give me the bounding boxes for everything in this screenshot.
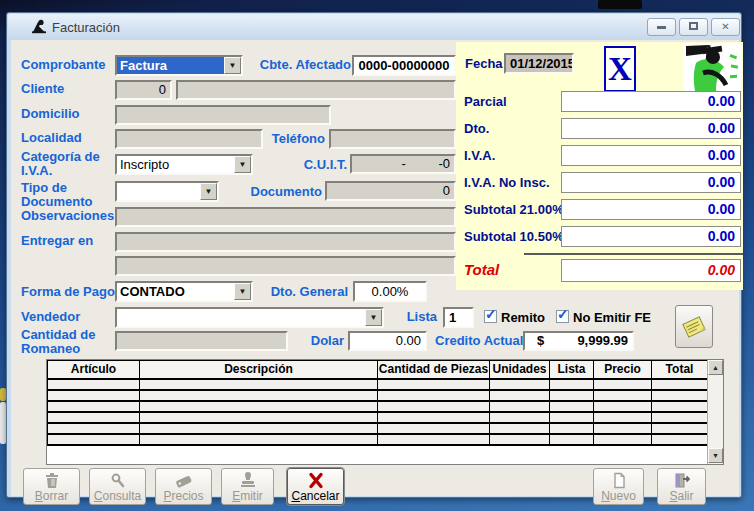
grid-cell[interactable] (490, 434, 550, 445)
nuevo-button[interactable]: Nuevo (593, 468, 644, 505)
grid-cell[interactable] (378, 412, 490, 423)
grid-cell[interactable] (550, 434, 594, 445)
grid-cell[interactable] (140, 434, 378, 445)
close-button[interactable]: ✕ (711, 18, 740, 36)
grid-cell[interactable] (48, 412, 140, 423)
grid-cell[interactable] (490, 412, 550, 423)
precios-button[interactable]: Precios (155, 468, 212, 505)
grid-cell[interactable] (550, 423, 594, 434)
grid-cell[interactable] (48, 401, 140, 412)
dto-general-field[interactable]: 0.00% (353, 281, 427, 302)
cantidad-romaneo-field[interactable] (115, 331, 288, 351)
subtotal105-label: Subtotal 10.50% (464, 230, 564, 244)
grid-cell[interactable] (594, 379, 652, 390)
grid-row[interactable] (48, 412, 708, 423)
grid-cell[interactable] (550, 412, 594, 423)
grid-cell[interactable] (652, 379, 708, 390)
grid-row[interactable] (48, 390, 708, 401)
grid-cell[interactable] (48, 379, 140, 390)
grid-cell[interactable] (490, 401, 550, 412)
grid-cell[interactable] (550, 379, 594, 390)
grid-cell[interactable] (48, 434, 140, 445)
notes-button[interactable] (675, 305, 713, 348)
grid-row[interactable] (48, 423, 708, 434)
grid-cell[interactable] (652, 412, 708, 423)
chevron-down-icon[interactable]: ▼ (234, 156, 251, 173)
remito-checkbox[interactable]: ✓ (484, 310, 497, 323)
tipo-documento-select[interactable]: ▼ (115, 181, 219, 202)
forma-pago-select[interactable]: CONTADO ▼ (115, 281, 253, 302)
minimize-button[interactable] (647, 18, 676, 36)
grid-cell[interactable] (594, 434, 652, 445)
grid-cell[interactable] (550, 401, 594, 412)
cliente-code-field[interactable]: 0 (115, 80, 172, 100)
telefono-field[interactable] (329, 129, 456, 149)
iva-no-insc-label: I.V.A. No Insc. (464, 176, 550, 190)
grid-scrollbar[interactable]: ▲ ▼ (707, 360, 723, 464)
grid-cell[interactable] (140, 412, 378, 423)
grid-cell[interactable] (594, 390, 652, 401)
fecha-field[interactable]: 01/12/2015 (504, 53, 574, 74)
credito-actual-field[interactable]: $ 9,999.99 (523, 331, 634, 351)
grid-cell[interactable] (594, 412, 652, 423)
scroll-down-icon[interactable]: ▼ (708, 448, 723, 463)
cliente-name-field[interactable] (176, 80, 456, 100)
grid-cell[interactable] (140, 401, 378, 412)
consulta-button[interactable]: Consulta (89, 468, 146, 505)
grid-cell[interactable] (550, 390, 594, 401)
grid-cell[interactable] (378, 423, 490, 434)
grid-cell[interactable] (594, 423, 652, 434)
grid-cell[interactable] (652, 434, 708, 445)
chevron-down-icon[interactable]: ▼ (365, 309, 382, 326)
grid-cell[interactable] (594, 401, 652, 412)
grid-row[interactable] (48, 379, 708, 390)
grid-cell[interactable] (652, 390, 708, 401)
maximize-button[interactable] (679, 18, 708, 36)
grid-cell[interactable] (490, 379, 550, 390)
subtotal21-label: Subtotal 21.00% (464, 203, 564, 217)
grid-cell[interactable] (140, 390, 378, 401)
salir-button[interactable]: Salir (657, 468, 706, 505)
col-total: Total (652, 361, 708, 379)
dto-general-label: Dto. General (262, 285, 348, 299)
localidad-field[interactable] (115, 129, 263, 149)
col-articulo: Artículo (48, 361, 140, 379)
grid-row[interactable] (48, 401, 708, 412)
grid-cell[interactable] (48, 390, 140, 401)
entregar-en-field-2[interactable] (115, 256, 456, 276)
parcial-field: 0.00 (561, 91, 741, 112)
scroll-up-icon[interactable]: ▲ (708, 360, 723, 375)
grid-cell[interactable] (378, 401, 490, 412)
grid-cell[interactable] (378, 390, 490, 401)
entregar-en-field[interactable] (115, 232, 456, 252)
chevron-down-icon[interactable]: ▼ (200, 183, 217, 200)
comprobante-select[interactable]: Factura ▼ (115, 55, 243, 76)
no-emitir-fe-checkbox[interactable]: ✓ (556, 310, 569, 323)
observaciones-field[interactable] (115, 207, 456, 227)
cantidad-romaneo-label: Cantidad de Romaneo (21, 328, 107, 356)
grid-cell[interactable] (378, 434, 490, 445)
grid-cell[interactable] (378, 379, 490, 390)
grid-cell[interactable] (490, 390, 550, 401)
cancelar-button[interactable]: Cancelar (287, 468, 344, 505)
grid-cell[interactable] (140, 379, 378, 390)
chevron-down-icon[interactable]: ▼ (224, 57, 241, 74)
emitir-button[interactable]: Emitir (221, 468, 274, 505)
categoria-iva-select[interactable]: Inscripto ▼ (115, 154, 253, 175)
domicilio-field[interactable] (115, 105, 331, 125)
grid-cell[interactable] (652, 401, 708, 412)
form-area: Fecha 01/12/2015 X (11, 40, 739, 496)
grid-cell[interactable] (140, 423, 378, 434)
grid-cell[interactable] (652, 423, 708, 434)
vendedor-select[interactable]: ▼ (115, 307, 384, 328)
grid-row[interactable] (48, 434, 708, 445)
lista-field[interactable]: 1 (443, 307, 474, 328)
cbte-afectado-field[interactable]: 0000-00000000 (352, 55, 456, 76)
documento-field[interactable]: 0 (325, 181, 456, 201)
grid-cell[interactable] (490, 423, 550, 434)
grid-cell[interactable] (48, 423, 140, 434)
chevron-down-icon[interactable]: ▼ (234, 283, 251, 300)
borrar-button[interactable]: Borrar (23, 468, 80, 505)
cuit-field[interactable]: - -0 (350, 154, 456, 174)
dolar-field[interactable]: 0.00 (348, 331, 427, 351)
